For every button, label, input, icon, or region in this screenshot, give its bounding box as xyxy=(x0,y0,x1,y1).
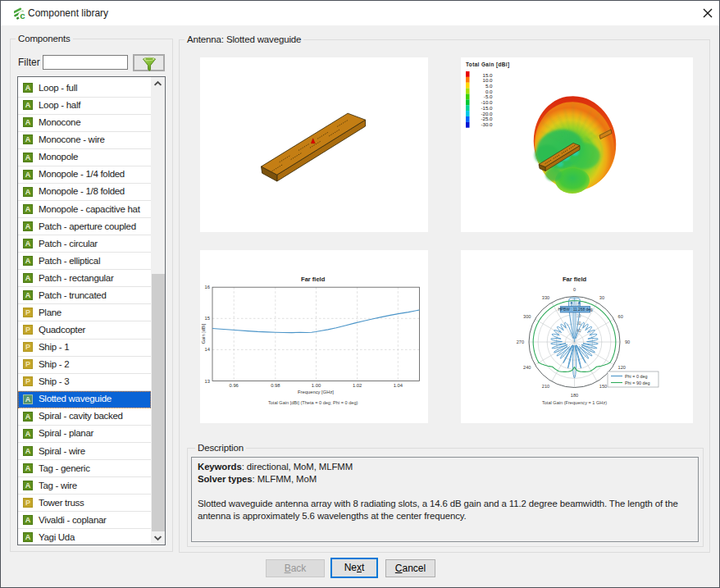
svg-text:-30.0: -30.0 xyxy=(481,121,493,127)
svg-text:210: 210 xyxy=(542,384,549,389)
svg-text:Total Gain (Frequency = 1 GHz): Total Gain (Frequency = 1 GHz) xyxy=(542,400,607,405)
svg-text:Far field: Far field xyxy=(301,276,326,283)
svg-text:Frequency [GHz]: Frequency [GHz] xyxy=(298,390,334,394)
svg-text:120: 120 xyxy=(618,365,626,370)
svg-text:Total Gain [dBi] (Theta = 0 de: Total Gain [dBi] (Theta = 0 deg; Phi = 0… xyxy=(268,400,358,405)
svg-text:HPBW : 11.268 deg: HPBW : 11.268 deg xyxy=(558,308,592,312)
svg-text:c: c xyxy=(20,11,25,21)
svg-text:270: 270 xyxy=(517,340,524,344)
svg-text:1.00: 1.00 xyxy=(312,383,321,388)
svg-text:60: 60 xyxy=(618,314,623,319)
svg-text:Far field: Far field xyxy=(563,276,587,283)
svg-text:Gain [dBi]: Gain [dBi] xyxy=(201,323,206,344)
svg-text:16: 16 xyxy=(205,285,210,289)
svg-text:0: 0 xyxy=(573,287,576,292)
svg-text:150: 150 xyxy=(599,384,607,389)
svg-text:330: 330 xyxy=(542,295,549,300)
svg-text:14: 14 xyxy=(205,347,211,352)
svg-text:Phi = 0 deg: Phi = 0 deg xyxy=(625,374,647,379)
svg-text:0.96: 0.96 xyxy=(230,383,239,388)
svg-text:1.04: 1.04 xyxy=(394,383,403,388)
svg-text:240: 240 xyxy=(523,365,531,370)
svg-text:300: 300 xyxy=(523,314,531,319)
svg-text:15: 15 xyxy=(205,316,210,321)
svg-text:90: 90 xyxy=(625,340,630,344)
svg-text:13: 13 xyxy=(205,379,210,384)
svg-text:180: 180 xyxy=(571,393,578,398)
svg-text:0.98: 0.98 xyxy=(271,383,280,388)
svg-text:1.02: 1.02 xyxy=(353,383,362,388)
svg-text:Phi = 90 deg: Phi = 90 deg xyxy=(625,381,649,385)
svg-text:30: 30 xyxy=(599,295,604,300)
svg-text:Total Gain [dBi]: Total Gain [dBi] xyxy=(466,62,510,68)
